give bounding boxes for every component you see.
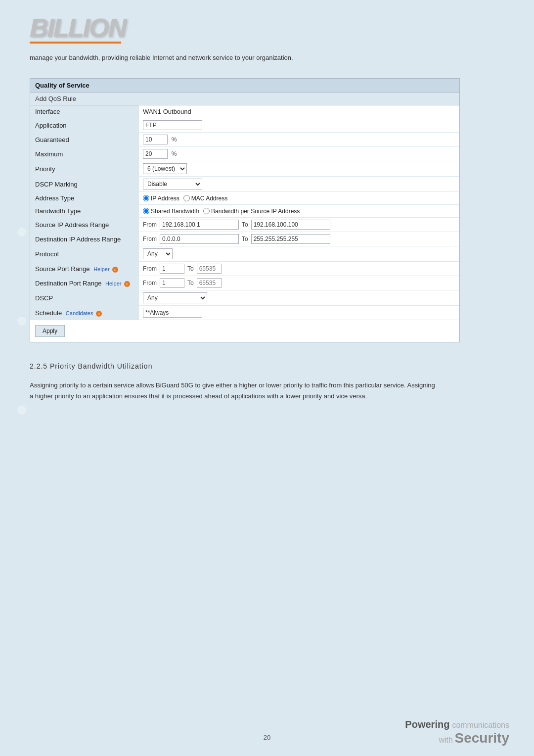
value-application	[139, 118, 459, 133]
qos-section-title: Quality of Service	[30, 79, 459, 93]
table-row: Destination Port Range Helper ○ From To	[30, 276, 459, 290]
table-row: DSCP Any	[30, 290, 459, 306]
label-bandwidth-type: Bandwidth Type	[30, 205, 139, 218]
label-dest-port-range: Destination Port Range Helper ○	[30, 276, 139, 290]
logo-text: BILLION	[30, 15, 126, 41]
value-dscp-marking: Disable Enable	[139, 177, 459, 192]
protocol-select[interactable]: Any TCP UDP ICMP	[143, 248, 173, 259]
value-address-type: IP Address MAC Address	[139, 192, 459, 205]
value-dest-port-range: From To	[139, 276, 459, 290]
table-row: DSCP Marking Disable Enable	[30, 177, 459, 192]
address-type-ip-radio[interactable]	[143, 195, 149, 201]
label-interface: Interface	[30, 105, 139, 118]
schedule-input[interactable]	[143, 308, 202, 318]
label-dscp: DSCP	[30, 290, 139, 306]
table-row: Destination IP Address Range From To	[30, 232, 459, 246]
intro-text: manage your bandwidth, providing reliabl…	[30, 52, 435, 63]
label-source-port-range: Source Port Range Helper ○	[30, 262, 139, 276]
table-row: Schedule Candidates ○	[30, 306, 459, 320]
application-input[interactable]	[143, 120, 202, 130]
dest-ip-from-input[interactable]	[160, 234, 239, 244]
value-source-port-range: From To	[139, 262, 459, 276]
table-row: Protocol Any TCP UDP ICMP	[30, 246, 459, 262]
qos-table: Interface WAN1 Outbound Application Guar…	[30, 105, 459, 320]
table-row: Bandwidth Type Shared Bandwidth Bandwidt…	[30, 205, 459, 218]
source-port-helper-icon[interactable]: ○	[112, 267, 118, 273]
branding-security-line: with Security	[405, 730, 509, 746]
section-225-body: Assigning priority to a certain service …	[30, 380, 435, 402]
value-maximum: %	[139, 147, 459, 161]
source-ip-from-input[interactable]	[160, 220, 239, 230]
dest-port-helper-icon[interactable]: ○	[124, 281, 130, 287]
label-dscp-marking: DSCP Marking	[30, 177, 139, 192]
label-dest-ip-range: Destination IP Address Range	[30, 232, 139, 246]
value-schedule	[139, 306, 459, 320]
label-schedule: Schedule Candidates ○	[30, 306, 139, 320]
address-type-mac-radio[interactable]	[183, 195, 190, 201]
apply-row: Apply	[30, 320, 459, 342]
table-row: Source IP Address Range From To	[30, 218, 459, 232]
label-source-ip-range: Source IP Address Range	[30, 218, 139, 232]
dest-port-from-input[interactable]	[160, 278, 184, 288]
bandwidth-per-source-option[interactable]: Bandwidth per Source IP Address	[203, 208, 300, 215]
schedule-candidates-icon[interactable]: ○	[96, 311, 102, 317]
dscp-marking-select[interactable]: Disable Enable	[143, 179, 202, 189]
table-row: Source Port Range Helper ○ From To	[30, 262, 459, 276]
table-row: Maximum %	[30, 147, 459, 161]
page-number: 20	[264, 734, 270, 741]
value-interface: WAN1 Outbound	[139, 105, 459, 118]
dest-port-helper-link[interactable]: Helper	[105, 281, 121, 286]
dscp-select[interactable]: Any	[143, 292, 207, 303]
qos-subsection-title: Add QoS Rule	[30, 93, 459, 105]
bandwidth-shared-option[interactable]: Shared Bandwidth	[143, 208, 199, 215]
maximum-percent: %	[172, 150, 177, 157]
address-type-mac-option[interactable]: MAC Address	[183, 195, 227, 202]
source-ip-to-input[interactable]	[251, 220, 330, 230]
bandwidth-shared-radio[interactable]	[143, 208, 149, 214]
label-guaranteed: Guaranteed	[30, 133, 139, 147]
branding-bottom: Powering communications with Security	[405, 719, 509, 746]
table-row: Application	[30, 118, 459, 133]
qos-container: Quality of Service Add QoS Rule Interfac…	[30, 78, 460, 342]
value-guaranteed: %	[139, 133, 459, 147]
value-priority: 6 (Lowest) 5 4 3 2 1 (Highest)	[139, 161, 459, 177]
bandwidth-per-source-radio[interactable]	[203, 208, 210, 214]
source-port-to-input[interactable]	[197, 264, 222, 274]
table-row: Address Type IP Address MAC Address	[30, 192, 459, 205]
table-row: Interface WAN1 Outbound	[30, 105, 459, 118]
maximum-input[interactable]	[143, 149, 168, 159]
value-bandwidth-type: Shared Bandwidth Bandwidth per Source IP…	[139, 205, 459, 218]
source-port-helper-link[interactable]: Helper	[93, 266, 109, 272]
table-row: Guaranteed %	[30, 133, 459, 147]
schedule-candidates-link[interactable]: Candidates	[66, 310, 93, 316]
address-type-ip-option[interactable]: IP Address	[143, 195, 179, 202]
table-row: Priority 6 (Lowest) 5 4 3 2 1 (Highest)	[30, 161, 459, 177]
source-port-from-input[interactable]	[160, 264, 184, 274]
label-maximum: Maximum	[30, 147, 139, 161]
dest-ip-to-input[interactable]	[251, 234, 330, 244]
logo-area: BILLION	[30, 15, 504, 47]
value-protocol: Any TCP UDP ICMP	[139, 246, 459, 262]
guaranteed-percent: %	[172, 136, 177, 143]
section-225-heading: 2.2.5 Priority Bandwidth Utilization	[30, 362, 504, 370]
guaranteed-input[interactable]	[143, 135, 168, 144]
value-source-ip-range: From To	[139, 218, 459, 232]
label-priority: Priority	[30, 161, 139, 177]
label-application: Application	[30, 118, 139, 133]
branding-powering-line: Powering communications	[405, 719, 509, 730]
apply-button[interactable]: Apply	[35, 325, 65, 337]
priority-select[interactable]: 6 (Lowest) 5 4 3 2 1 (Highest)	[143, 163, 187, 174]
dest-port-to-input[interactable]	[197, 278, 222, 288]
value-dest-ip-range: From To	[139, 232, 459, 246]
label-protocol: Protocol	[30, 246, 139, 262]
label-address-type: Address Type	[30, 192, 139, 205]
value-dscp: Any	[139, 290, 459, 306]
